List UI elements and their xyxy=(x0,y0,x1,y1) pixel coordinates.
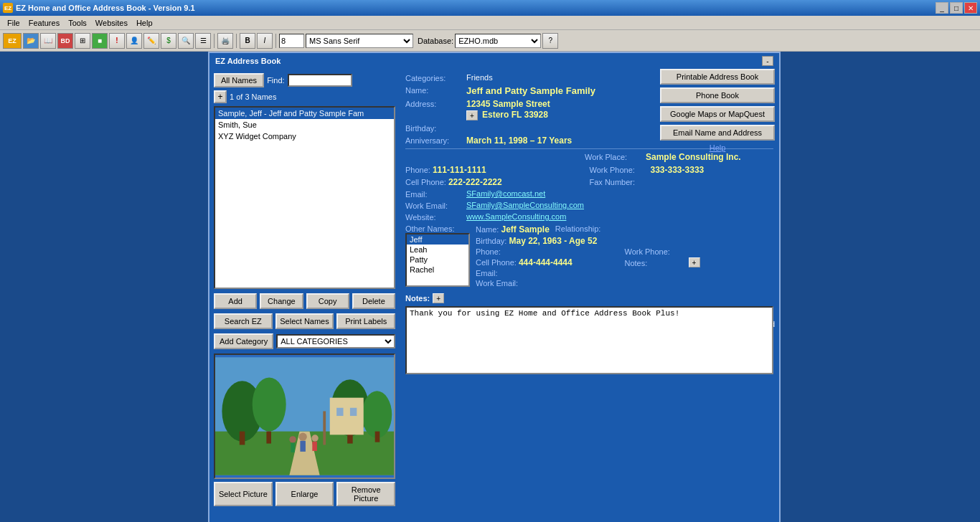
delete-button[interactable]: Delete xyxy=(352,293,395,309)
add-category-button[interactable]: Add Category xyxy=(214,333,273,349)
notes-label: Notes: xyxy=(405,294,430,303)
sub-birthday-label: Birthday: xyxy=(476,236,507,245)
work-email-value[interactable]: SFamily@SampleConsulting.com xyxy=(466,201,584,209)
enlarge-button[interactable]: Enlarge xyxy=(275,482,334,506)
name-list[interactable]: Sample, Jeff - Jeff and Patty Sample Fam… xyxy=(214,106,395,289)
other-name-rachel[interactable]: Rachel xyxy=(407,265,468,275)
address-plus-button[interactable]: + xyxy=(466,110,478,120)
svg-rect-20 xyxy=(350,408,357,416)
sub-email-label: Email: xyxy=(476,268,498,277)
find-label: Find: xyxy=(267,76,284,85)
find-input[interactable] xyxy=(288,74,352,87)
other-name-jeff[interactable]: Jeff xyxy=(407,234,468,245)
email-value[interactable]: SFamily@comcast.net xyxy=(466,189,545,198)
toolbar-person-icon[interactable]: 👤 xyxy=(126,33,142,49)
sub-birthday-value: May 22, 1963 - Age 52 xyxy=(509,236,597,246)
category-select[interactable]: ALL CATEGORIES xyxy=(276,334,395,348)
svg-point-13 xyxy=(311,435,318,441)
toolbar-grid-icon[interactable]: ⊞ xyxy=(75,33,90,49)
menu-tools[interactable]: Tools xyxy=(64,17,91,29)
cell-phone-label: Cell Phone: xyxy=(405,177,446,186)
menu-file[interactable]: File xyxy=(3,17,24,29)
menu-help[interactable]: Help xyxy=(132,17,157,29)
other-name-leah[interactable]: Leah xyxy=(407,245,468,255)
toolbar-sep2 xyxy=(236,34,237,48)
add-button[interactable]: Add xyxy=(214,293,257,309)
email-row: Email: SFamily@comcast.net xyxy=(405,189,773,199)
sub-notes-plus-button[interactable]: + xyxy=(689,257,700,267)
database-select[interactable]: EZHO.mdb xyxy=(455,34,541,48)
website-value[interactable]: www.SampleConsulting.com xyxy=(466,212,566,221)
print-labels-button[interactable]: Print Labels xyxy=(336,313,395,329)
sub-name-value: Jeff Sample xyxy=(501,224,549,234)
phone-book-button[interactable]: Phone Book xyxy=(660,87,775,103)
nav-buttons: Search EZ Select Names Print Labels xyxy=(214,313,395,329)
svg-point-4 xyxy=(253,377,286,431)
notes-plus-button[interactable]: + xyxy=(433,293,444,303)
toolbar-green-icon[interactable]: ■ xyxy=(92,33,108,49)
sub-cell-phone-value: 444-444-4444 xyxy=(519,257,573,267)
workplace-value: Sample Consulting Inc. xyxy=(646,152,741,162)
search-ez-button[interactable]: Search EZ xyxy=(214,313,273,329)
font-size-input[interactable] xyxy=(279,34,304,48)
other-names-list[interactable]: Jeff Leah Patty Rachel xyxy=(405,233,470,287)
main-window: EZ Address Book - All Names Find: + 1 of… xyxy=(208,52,781,522)
right-panel: Printable Address Book Phone Book Google… xyxy=(400,69,779,519)
printable-address-book-button[interactable]: Printable Address Book xyxy=(660,69,775,85)
copy-button[interactable]: Copy xyxy=(306,293,349,309)
notes-textarea[interactable]: Thank you for using EZ Home and Office A… xyxy=(405,306,773,374)
work-email-row: Work Email: SFamily@SampleConsulting.com xyxy=(405,201,773,210)
all-names-button[interactable]: All Names xyxy=(214,73,264,87)
select-picture-button[interactable]: Select Picture xyxy=(214,482,273,506)
toolbar-bd-icon[interactable]: BD xyxy=(57,33,73,49)
toolbar-help-icon[interactable]: ? xyxy=(542,33,558,49)
toolbar-dollar-icon[interactable]: $ xyxy=(161,33,176,49)
svg-rect-18 xyxy=(330,398,364,435)
sub-work-phone-label: Work Phone: xyxy=(625,247,670,256)
work-phone-label: Work Phone: xyxy=(590,165,651,175)
toolbar-italic-icon[interactable]: I xyxy=(257,33,273,49)
photo-image xyxy=(215,355,394,478)
menu-websites[interactable]: Websites xyxy=(91,17,132,29)
sub-name-relationship-row: Name: Jeff Sample Relationship: xyxy=(476,224,773,234)
help-link[interactable]: Help xyxy=(710,143,726,152)
remove-picture-button[interactable]: Remove Picture xyxy=(336,482,395,506)
window-minimize-button[interactable]: - xyxy=(762,56,773,66)
toolbar-list-icon[interactable]: ☰ xyxy=(195,33,211,49)
font-name-select[interactable]: MS Sans Serif xyxy=(306,34,413,48)
toolbar-print-icon[interactable]: 🖨️ xyxy=(217,33,233,49)
window-app-title: EZ Address Book xyxy=(215,57,281,65)
name-item-1[interactable]: Smith, Sue xyxy=(215,119,394,130)
email-name-button[interactable]: Email Name and Address xyxy=(660,125,775,141)
select-names-button[interactable]: Select Names xyxy=(275,313,334,329)
toolbar-ez-icon[interactable]: EZ xyxy=(3,33,22,49)
toolbar-search-icon[interactable]: 🔍 xyxy=(178,33,194,49)
google-maps-button[interactable]: Google Maps or MapQuest xyxy=(660,106,775,122)
work-phone-value: 333-333-3333 xyxy=(651,165,705,175)
sub-cell-phone-label: Cell Phone: xyxy=(476,257,517,267)
maximize-button[interactable]: □ xyxy=(950,2,963,14)
toolbar-open-icon[interactable]: 📂 xyxy=(23,33,39,49)
notes-section: Notes: + Thank you for using EZ Home and… xyxy=(405,293,773,376)
address-line1: 12345 Sample Street xyxy=(466,99,550,109)
toolbar-pencil-icon[interactable]: ✏️ xyxy=(143,33,159,49)
add-small-button[interactable]: + xyxy=(214,90,227,103)
count-text: 1 of 3 Names xyxy=(230,92,276,101)
sub-cell-notes-row: Cell Phone: 444-444-4444 Notes: + xyxy=(476,257,773,267)
name-item-0[interactable]: Sample, Jeff - Jeff and Patty Sample Fam xyxy=(215,108,394,119)
name-item-2[interactable]: XYZ Widget Company xyxy=(215,130,394,142)
menu-features[interactable]: Features xyxy=(24,17,64,29)
anniversary-label: Anniversary: xyxy=(405,136,466,145)
close-button[interactable]: ✕ xyxy=(964,2,977,14)
cell-fax-row: Cell Phone: 222-222-2222 Fax Number: xyxy=(405,177,773,187)
toolbar-exclaim-icon[interactable]: ! xyxy=(109,33,125,49)
toolbar-book-icon[interactable]: 📖 xyxy=(40,33,56,49)
toolbar-bold-icon[interactable]: B xyxy=(240,33,255,49)
svg-rect-3 xyxy=(240,432,245,445)
notes-header: Notes: + xyxy=(405,293,773,303)
minimize-button[interactable]: _ xyxy=(936,2,948,14)
anniversary-value: March 11, 1998 – 17 Years xyxy=(466,136,572,146)
change-button[interactable]: Change xyxy=(260,293,303,309)
other-name-patty[interactable]: Patty xyxy=(407,255,468,265)
name-value: Jeff and Patty Sample Family xyxy=(466,85,595,96)
